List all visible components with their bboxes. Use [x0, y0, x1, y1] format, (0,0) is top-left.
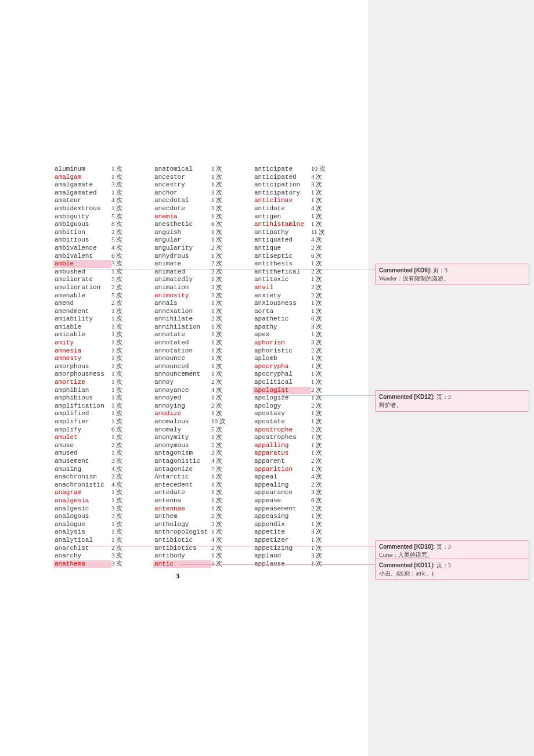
word-row: amplified1 次 [53, 409, 153, 417]
word-row: analgesia1 次 [53, 496, 153, 505]
word-term: appetizer [253, 537, 311, 545]
word-row: angularity2 次 [153, 244, 253, 252]
word-term: anesthetic [153, 221, 211, 229]
word-count: 1 次 [111, 449, 122, 457]
word-count: 1 次 [211, 236, 222, 244]
word-term: amalgam [53, 174, 111, 182]
word-term: antecedent [153, 481, 211, 489]
word-term: antiseptic [253, 253, 311, 261]
word-count: 3 次 [111, 181, 122, 189]
word-count: 4 次 [211, 536, 222, 544]
word-count: 1 次 [311, 409, 322, 417]
word-count: 4 次 [111, 481, 122, 489]
word-count: 2 次 [211, 441, 222, 449]
word-term: amplification [53, 402, 111, 411]
word-term: apparatus [253, 449, 311, 458]
word-term: appeal [253, 473, 311, 481]
comment-balloon[interactable]: Commented [KD11]: 页：3小丑。(区别：attic。) [375, 559, 529, 580]
word-term: antidote [253, 205, 311, 213]
word-row: anemia1 次 [153, 213, 253, 221]
word-term: antedate [153, 489, 211, 497]
word-term: annoy [153, 379, 211, 387]
word-row: amiable1 次 [53, 323, 153, 331]
word-count: 4 次 [311, 473, 322, 481]
word-row: appeal4 次 [253, 473, 353, 481]
word-count: 1 次 [111, 165, 122, 173]
word-count: 1 次 [211, 252, 222, 260]
word-row: annotated1 次 [153, 339, 253, 347]
word-count: 2 次 [311, 426, 322, 434]
word-term: annexation [153, 308, 211, 316]
word-count: 1 次 [311, 330, 322, 339]
word-row: antibiotics2 次 [153, 544, 253, 552]
word-count: 3 次 [111, 560, 122, 568]
word-count: 1 次 [211, 552, 222, 560]
word-count: 1 次 [211, 196, 222, 204]
word-row: annihilation1 次 [153, 323, 253, 331]
word-count: 8 次 [111, 220, 122, 228]
word-row: amorphousness1 次 [53, 370, 153, 378]
word-row: antecedent1 次 [153, 481, 253, 489]
word-term: antique [253, 244, 311, 253]
word-term: ambivalent [53, 253, 111, 261]
word-count: 3 次 [211, 520, 222, 528]
word-count: 1 次 [211, 307, 222, 315]
word-term: amplify [53, 426, 111, 434]
word-term: amulet [53, 434, 111, 442]
word-count: 2 次 [311, 386, 322, 394]
word-count: 1 次 [311, 433, 322, 441]
word-term: anhydrous [153, 253, 211, 261]
word-term: annoyance [153, 387, 211, 395]
word-count: 2 次 [311, 291, 322, 300]
word-term: analogous [53, 513, 111, 521]
word-row: apostate1 次 [253, 417, 353, 426]
word-term: ambiguity [53, 213, 111, 221]
word-row: announce1 次 [153, 354, 253, 362]
word-term: apostrophe [253, 426, 311, 434]
word-count: 3 次 [111, 505, 122, 513]
comment-balloon[interactable]: Commented [KD12]: 页：3辩护者。 [375, 390, 529, 412]
word-count: 3 次 [111, 457, 122, 465]
page-number: 3 [27, 572, 329, 581]
word-row: anonymity1 次 [153, 433, 253, 441]
word-row: ambition2 次 [53, 228, 153, 236]
word-term: apologist [253, 387, 311, 395]
word-term: amusement [53, 458, 111, 466]
word-count: 1 次 [311, 260, 322, 268]
word-count: 4 次 [211, 457, 222, 465]
word-term: annihilation [153, 323, 211, 332]
word-count: 4 次 [311, 173, 322, 181]
word-row: annoyance4 次 [153, 386, 253, 394]
word-term: ancestor [153, 174, 211, 182]
word-row: apparition1 次 [253, 465, 353, 473]
word-term: antigen [253, 213, 311, 221]
word-row: apathy3 次 [253, 323, 353, 331]
word-row: annoying2 次 [153, 402, 253, 410]
word-row: anvil2 次 [253, 283, 353, 291]
word-row: appease6 次 [253, 496, 353, 505]
word-term: appalling [253, 442, 311, 450]
word-row: analogous3 次 [53, 512, 153, 520]
word-row: aphoristic2 次 [253, 347, 353, 355]
comment-connector [180, 564, 375, 565]
word-count: 2 次 [111, 441, 122, 449]
word-row: anagram1 次 [53, 488, 153, 496]
comment-balloon[interactable]: Commented [KD9]: 页：3Wander：没有限制的漫游。 [375, 264, 529, 285]
word-count: 1 次 [111, 173, 122, 181]
word-row: anesthetic6 次 [153, 220, 253, 228]
word-term: amiable [53, 323, 111, 332]
comment-header: Commented [KD9]: 页：3 [379, 267, 525, 274]
word-count: 5 次 [111, 291, 122, 300]
word-row: amnesia1 次 [53, 347, 153, 355]
word-term: apparition [253, 466, 311, 474]
word-count: 2 次 [211, 315, 222, 323]
word-term: appease [253, 497, 311, 505]
word-term: analysis [53, 528, 111, 537]
word-row: amalgamated1 次 [53, 189, 153, 197]
word-count: 1 次 [211, 481, 222, 489]
word-term: apocrypha [253, 363, 311, 371]
word-row: amalgam1 次 [53, 173, 153, 181]
word-term: appearance [253, 489, 311, 497]
word-row: amorphous1 次 [53, 362, 153, 370]
word-row: amulet1 次 [53, 433, 153, 441]
